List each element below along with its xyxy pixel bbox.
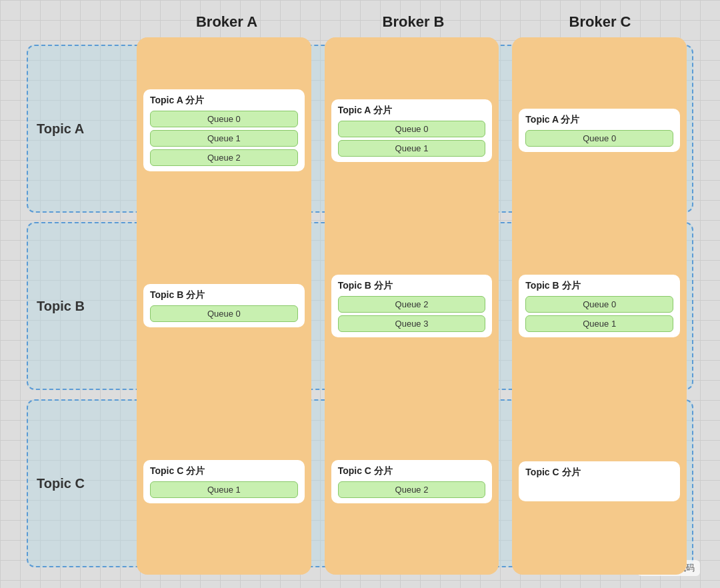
broker-c-topic-a-partition: Topic A 分片 Queue 0 xyxy=(519,109,680,152)
broker-c-topic-c-partition: Topic C 分片 xyxy=(519,461,680,501)
broker-a-topic-c-section: Topic C 分片 Queue 1 xyxy=(143,395,305,568)
broker-a-topic-c-partition: Topic C 分片 Queue 1 xyxy=(143,460,305,503)
queue-item: Queue 0 xyxy=(525,296,673,313)
queue-item: Queue 1 xyxy=(150,130,298,147)
broker-c-topic-b-queues: Queue 0 Queue 1 xyxy=(525,296,673,332)
topic-c-label-cell: Topic C xyxy=(27,397,130,569)
broker-c-topic-b-partition: Topic B 分片 Queue 0 Queue 1 xyxy=(519,275,680,337)
main-container: Broker A Broker B Broker C Topic A Topic… xyxy=(0,0,720,588)
broker-b-topic-a-partition: Topic A 分片 Queue 0 Queue 1 xyxy=(331,99,493,162)
broker-a-topic-a-section: Topic A 分片 Queue 0 Queue 1 Queue 2 xyxy=(143,44,305,217)
broker-a-topic-a-queues: Queue 0 Queue 1 Queue 2 xyxy=(150,111,298,166)
queue-item: Queue 0 xyxy=(525,130,673,147)
broker-b-topic-b-title: Topic B 分片 xyxy=(338,280,393,292)
broker-b-topic-a-title: Topic A 分片 xyxy=(338,105,392,117)
queue-item: Queue 0 xyxy=(338,121,486,137)
broker-b-topic-a-section: Topic A 分片 Queue 0 Queue 1 xyxy=(331,44,493,217)
broker-a-topic-a-partition: Topic A 分片 Queue 0 Queue 1 Queue 2 xyxy=(143,89,305,171)
broker-b-column: Topic A 分片 Queue 0 Queue 1 Topic B 分片 Qu… xyxy=(325,37,499,575)
queue-item: Queue 2 xyxy=(338,296,486,313)
queue-item: Queue 1 xyxy=(150,481,298,498)
broker-c-topic-a-title: Topic A 分片 xyxy=(525,114,579,126)
broker-b-topic-b-partition: Topic B 分片 Queue 2 Queue 3 xyxy=(331,275,493,337)
broker-a-topic-b-queues: Queue 0 xyxy=(150,305,298,322)
queue-item: Queue 2 xyxy=(338,481,486,498)
broker-a-topic-c-title: Topic C 分片 xyxy=(150,465,205,477)
broker-a-topic-c-queues: Queue 1 xyxy=(150,481,298,498)
broker-b-header: Broker B xyxy=(320,13,507,31)
broker-a-column: Topic A 分片 Queue 0 Queue 1 Queue 2 Topic… xyxy=(137,37,311,575)
broker-b-topic-c-section: Topic C 分片 Queue 2 xyxy=(331,395,493,568)
broker-b-topic-c-title: Topic C 分片 xyxy=(338,465,393,477)
broker-c-column: Topic A 分片 Queue 0 Topic B 分片 Queue 0 Qu… xyxy=(512,37,687,575)
broker-c-header: Broker C xyxy=(507,13,693,31)
broker-b-topic-b-section: Topic B 分片 Queue 2 Queue 3 xyxy=(331,219,493,392)
broker-a-header: Broker A xyxy=(133,13,320,31)
broker-b-topic-b-queues: Queue 2 Queue 3 xyxy=(338,296,486,332)
broker-b-topic-a-queues: Queue 0 Queue 1 xyxy=(338,121,486,157)
topic-a-label-cell: Topic A xyxy=(27,43,130,215)
broker-a-topic-a-title: Topic A 分片 xyxy=(150,95,204,107)
topic-b-label-cell: Topic B xyxy=(27,220,130,392)
queue-item: Queue 1 xyxy=(525,315,673,332)
topic-c-label: Topic C xyxy=(37,476,85,491)
broker-a-topic-b-section: Topic B 分片 Queue 0 xyxy=(143,219,305,392)
queue-item: Queue 3 xyxy=(338,315,486,332)
queue-item: Queue 2 xyxy=(150,149,298,166)
queue-item: Queue 1 xyxy=(338,140,486,157)
broker-c-topic-b-section: Topic B 分片 Queue 0 Queue 1 xyxy=(519,219,680,392)
broker-b-topic-c-queues: Queue 2 xyxy=(338,481,486,498)
queue-item: Queue 0 xyxy=(150,305,298,322)
queue-item: Queue 0 xyxy=(150,111,298,127)
broker-a-topic-b-title: Topic B 分片 xyxy=(150,289,205,301)
broker-c-topic-a-section: Topic A 分片 Queue 0 xyxy=(519,44,680,217)
broker-b-topic-c-partition: Topic C 分片 Queue 2 xyxy=(331,460,493,503)
broker-c-topic-c-section: Topic C 分片 xyxy=(519,395,680,568)
broker-c-topic-a-queues: Queue 0 xyxy=(525,130,673,147)
topic-b-label: Topic B xyxy=(37,299,85,314)
broker-c-topic-c-title: Topic C 分片 xyxy=(525,467,580,479)
broker-c-topic-b-title: Topic B 分片 xyxy=(525,280,580,292)
topic-a-label: Topic A xyxy=(37,121,84,137)
broker-a-topic-b-partition: Topic B 分片 Queue 0 xyxy=(143,284,305,327)
broker-headers: Broker A Broker B Broker C xyxy=(27,13,693,31)
